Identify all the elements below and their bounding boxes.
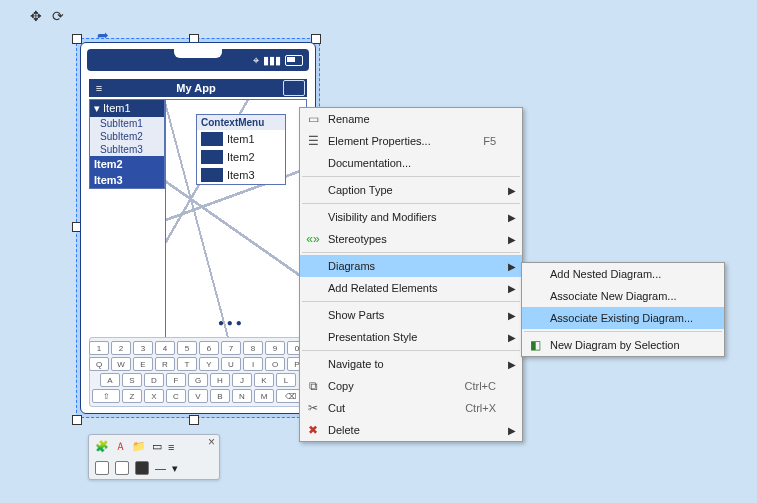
key[interactable]: L <box>276 373 296 387</box>
refresh-icon[interactable]: ⟳ <box>52 8 64 24</box>
menu-show-parts[interactable]: Show Parts▶ <box>300 304 522 326</box>
menu-documentation[interactable]: Documentation... <box>300 152 522 174</box>
key[interactable]: B <box>210 389 230 403</box>
line-style-icon[interactable]: — <box>155 462 166 474</box>
embedded-context-row[interactable]: Item1 <box>197 130 285 148</box>
menu-diagrams[interactable]: Diagrams▶ <box>300 255 522 277</box>
swatch-white[interactable] <box>95 461 109 475</box>
key[interactable]: D <box>144 373 164 387</box>
key[interactable]: T <box>177 357 197 371</box>
key[interactable]: E <box>133 357 153 371</box>
key[interactable]: 5 <box>177 341 197 355</box>
block-icon <box>201 150 223 164</box>
swatch-black[interactable] <box>135 461 149 475</box>
embedded-context-menu: ContextMenu Item1 Item2 Item3 <box>196 114 286 185</box>
key[interactable]: S <box>122 373 142 387</box>
menu-add-related[interactable]: Add Related Elements▶ <box>300 277 522 299</box>
floating-toolbox[interactable]: × 🧩 Ａ 📁 ▭ ≡ — ▾ <box>88 434 220 480</box>
properties-icon: ☰ <box>304 134 322 148</box>
key[interactable]: M <box>254 389 274 403</box>
key[interactable]: 7 <box>221 341 241 355</box>
key[interactable]: A <box>100 373 120 387</box>
key[interactable]: 2 <box>111 341 131 355</box>
notch-icon <box>174 48 222 58</box>
tool-icon[interactable]: Ａ <box>115 439 126 454</box>
key[interactable]: O <box>265 357 285 371</box>
key[interactable]: V <box>188 389 208 403</box>
menu-element-properties[interactable]: ☰Element Properties...F5 <box>300 130 522 152</box>
submenu-associate-existing[interactable]: Associate Existing Diagram... <box>522 307 724 329</box>
cluster-icon: ● ● ● <box>218 317 242 328</box>
swatch-white[interactable] <box>115 461 129 475</box>
embedded-context-row[interactable]: Item3 <box>197 166 285 184</box>
key[interactable]: R <box>155 357 175 371</box>
tree-subitem[interactable]: SubItem2 <box>90 130 164 143</box>
key[interactable]: G <box>188 373 208 387</box>
key[interactable]: 3 <box>133 341 153 355</box>
move-icon[interactable]: ✥ <box>30 8 42 24</box>
menu-separator <box>302 301 520 302</box>
resize-handle[interactable] <box>72 34 82 44</box>
key-shift[interactable]: ⇧ <box>92 389 120 403</box>
resize-handle[interactable] <box>72 415 82 425</box>
key[interactable]: Y <box>199 357 219 371</box>
cut-icon: ✂ <box>304 401 322 415</box>
menu-copy[interactable]: ⧉CopyCtrl+C <box>300 375 522 397</box>
menu-presentation-style[interactable]: Presentation Style▶ <box>300 326 522 348</box>
key[interactable]: F <box>166 373 186 387</box>
arrow-icon: ▶ <box>508 234 516 245</box>
key[interactable]: H <box>210 373 230 387</box>
menu-delete[interactable]: ✖Delete▶ <box>300 419 522 441</box>
menu-visibility-modifiers[interactable]: Visibility and Modifiers▶ <box>300 206 522 228</box>
stereotype-icon: «» <box>304 232 322 246</box>
tool-icon[interactable]: 📁 <box>132 440 146 453</box>
menu-caption-type[interactable]: Caption Type▶ <box>300 179 522 201</box>
key[interactable]: U <box>221 357 241 371</box>
resize-handle[interactable] <box>189 415 199 425</box>
menu-rename[interactable]: ▭Rename <box>300 108 522 130</box>
menu-separator <box>524 331 722 332</box>
diagrams-submenu: Add Nested Diagram... Associate New Diag… <box>521 262 725 357</box>
key[interactable]: 8 <box>243 341 263 355</box>
menu-stereotypes[interactable]: «»Stereotypes▶ <box>300 228 522 250</box>
kbd-row: ASDFGHJKL <box>93 373 303 387</box>
avatar-icon[interactable] <box>283 80 305 96</box>
menu-separator <box>302 252 520 253</box>
key[interactable]: 1 <box>89 341 109 355</box>
new-diagram-icon: ◧ <box>526 338 544 352</box>
tree-item[interactable]: Item2 <box>90 156 164 172</box>
key[interactable]: J <box>232 373 252 387</box>
submenu-add-nested[interactable]: Add Nested Diagram... <box>522 263 724 285</box>
key[interactable]: 4 <box>155 341 175 355</box>
submenu-new-by-selection[interactable]: ◧New Diagram by Selection <box>522 334 724 356</box>
rename-icon: ▭ <box>304 112 322 126</box>
key[interactable]: W <box>111 357 131 371</box>
key[interactable]: X <box>144 389 164 403</box>
key[interactable]: C <box>166 389 186 403</box>
phone-title: My App <box>109 82 283 94</box>
embedded-context-row[interactable]: Item2 <box>197 148 285 166</box>
key[interactable]: 6 <box>199 341 219 355</box>
tool-icon[interactable]: ≡ <box>168 441 174 453</box>
tree-subitem[interactable]: SubItem1 <box>90 117 164 130</box>
key[interactable]: Q <box>89 357 109 371</box>
tree-item[interactable]: Item3 <box>90 172 164 188</box>
key[interactable]: 9 <box>265 341 285 355</box>
tree-subitem[interactable]: SubItem3 <box>90 143 164 156</box>
tree-header[interactable]: ▾ Item1 <box>90 100 164 117</box>
canvas-tools: ✥ ⟳ <box>30 8 70 24</box>
key[interactable]: I <box>243 357 263 371</box>
menu-navigate-to[interactable]: Navigate to▶ <box>300 353 522 375</box>
phone-frame[interactable]: ⌖ ▮▮▮ ≡ My App ▾ Item1 SubItem1 SubItem2… <box>80 42 316 414</box>
phone-title-bar: ≡ My App <box>89 79 307 97</box>
tool-icon[interactable]: 🧩 <box>95 440 109 453</box>
key[interactable]: N <box>232 389 252 403</box>
close-icon[interactable]: × <box>208 435 215 449</box>
key[interactable]: Z <box>122 389 142 403</box>
key[interactable]: K <box>254 373 274 387</box>
menu-cut[interactable]: ✂CutCtrl+X <box>300 397 522 419</box>
submenu-associate-new[interactable]: Associate New Diagram... <box>522 285 724 307</box>
dropdown-icon[interactable]: ▾ <box>172 462 178 475</box>
hamburger-icon[interactable]: ≡ <box>89 82 109 94</box>
tool-icon[interactable]: ▭ <box>152 440 162 453</box>
